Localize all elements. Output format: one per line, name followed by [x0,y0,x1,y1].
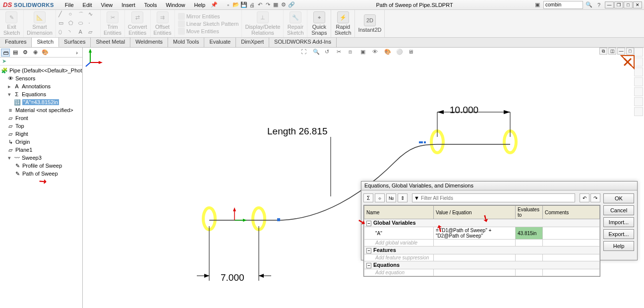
plane-icon[interactable]: ▱ [88,29,96,37]
menu-window[interactable]: Window [162,1,189,9]
taskpane-home-icon[interactable] [634,48,643,57]
tree-front-plane[interactable]: ▱Front [0,114,82,122]
repair-sketch-button[interactable]: 🔧Repair Sketch [287,11,304,36]
taskpane-properties-icon[interactable] [634,107,643,116]
tree-path-of-sweep[interactable]: ✎Path of Sweep [0,170,82,178]
poly-icon[interactable]: ⬠ [68,20,76,28]
rebuild-icon[interactable]: ▦ [272,1,280,9]
ok-button[interactable]: OK [603,193,634,203]
search-input[interactable] [543,1,583,9]
config-manager-tab-icon[interactable]: ⚙ [21,49,30,57]
equation-row-a[interactable]: "A" = "D1@Path of Sweep" + "D2@Path of S… [364,227,600,240]
instant2d-button[interactable]: 2DInstant2D [358,14,381,33]
help-icon[interactable]: ? [595,1,603,9]
tree-plane1[interactable]: ▱Plane1 [0,146,82,154]
eq-undo-icon[interactable]: ↶ [580,193,589,202]
tree-profile-of-sweep[interactable]: ✎Profile of Sweep [0,162,82,170]
menu-file[interactable]: File [61,1,78,9]
minimize-button[interactable]: — [605,1,614,8]
menu-help[interactable]: Help [190,1,210,9]
move-entities-button[interactable]: Move Entities [178,28,239,35]
menu-tools[interactable]: Tools [140,1,161,9]
restore-button[interactable]: ❐ [614,1,623,8]
save-icon[interactable]: 💾 [240,1,248,9]
rapid-sketch-button[interactable]: ⚡Rapid Sketch [335,11,351,36]
tree-equation-a[interactable]: 🔢"A"=43.8152in [0,98,82,106]
point-icon[interactable]: · [88,20,96,28]
text-icon[interactable]: A [78,29,86,37]
taskpane-appearance-icon[interactable] [634,97,643,106]
link-icon[interactable]: 🔗 [288,1,295,9]
rebuild-warning-icon[interactable] [620,55,635,73]
linear-pattern-button[interactable]: Linear Sketch Pattern [178,20,239,27]
feature-tree-tab-icon[interactable]: 🗃 [1,49,10,57]
eq-view-dim-icon[interactable]: ⟐ [375,193,385,202]
tree-root[interactable]: 🧩Pipe (Default<<Default>_PhotoWorks Di [0,66,82,74]
pin-icon[interactable]: 📌 [210,1,218,9]
smart-dimension-button[interactable]: 📐Smart Dimension [27,11,53,36]
spline-icon[interactable]: ∿ [88,11,96,19]
print-icon[interactable]: 🖨 [248,1,256,9]
search-icon[interactable]: 🔍 [585,1,593,9]
close-button[interactable]: ✕ [633,1,642,8]
menu-view[interactable]: View [97,1,117,9]
menu-insert[interactable]: Insert [117,1,139,9]
export-button[interactable]: Export... [603,229,634,239]
taskpane-library-icon[interactable] [634,67,643,76]
line-icon[interactable]: ╱ [59,11,66,19]
tab-evaluate[interactable]: Evaluate [204,38,236,47]
col-comments[interactable]: Comments [543,206,600,219]
import-button[interactable]: Import... [603,217,634,227]
slot-icon[interactable]: ⬭ [78,20,86,28]
col-name[interactable]: Name [364,206,434,219]
menu-edit[interactable]: Edit [79,1,96,9]
mirror-entities-button[interactable]: Mirror Entities [178,13,239,20]
tree-material[interactable]: ≡Material <not specified> [0,106,82,114]
offset-button[interactable]: ⇉Offset Entities [154,11,172,36]
tree-right-plane[interactable]: ▱Right [0,130,82,138]
undo-icon[interactable]: ↶ [256,1,264,9]
add-equation-placeholder[interactable]: Add equation [364,269,434,276]
trim-button[interactable]: ✂Trim Entities [104,11,121,36]
equations-grid[interactable]: Name Value / Equation Evaluates to Comme… [363,205,600,277]
tree-sensors[interactable]: 👁Sensors [0,74,82,82]
exit-sketch-button[interactable]: ✎Exit Sketch [3,11,20,36]
tab-mold-tools[interactable]: Mold Tools [168,38,204,47]
arc-icon[interactable]: ⌒ [78,11,86,19]
tab-sketch[interactable]: Sketch [32,38,59,47]
taskpane-explorer-icon[interactable] [634,77,643,86]
circle-icon[interactable]: ○ [68,11,76,19]
rect-icon[interactable]: ▭ [59,20,66,28]
dimension-10[interactable]: 10.000 [450,105,478,116]
tab-surfaces[interactable]: Surfaces [59,38,91,47]
tree-origin[interactable]: ↳Origin [0,138,82,146]
ellipse-icon[interactable]: ⬯ [59,29,66,37]
dimension-length[interactable]: Length 26.815 [267,126,328,137]
tab-addins[interactable]: SOLIDWORKS Add-Ins [269,38,337,47]
redo-icon[interactable]: ↷ [264,1,272,9]
new-icon[interactable]: ▫ [224,1,232,9]
tab-dimxpert[interactable]: DimXpert [236,38,269,47]
property-manager-tab-icon[interactable]: ▤ [11,49,20,57]
dimension-7[interactable]: 7.000 [221,272,244,283]
tree-annotations[interactable]: ▸AAnnotations [0,82,82,90]
col-evaluates[interactable]: Evaluates to [516,206,543,219]
eq-view-ordered-icon[interactable]: № [386,193,396,202]
cancel-button[interactable]: Cancel [603,205,634,215]
tab-features[interactable]: Features [0,38,32,47]
tree-sweep3[interactable]: ▾〰Sweep3 [0,154,82,162]
display-relations-button[interactable]: ⊥Display/Delete Relations [245,11,280,36]
col-value[interactable]: Value / Equation [434,206,516,219]
tab-weldments[interactable]: Weldments [130,38,168,47]
maximize-button[interactable]: □ [624,1,633,8]
tab-sheet-metal[interactable]: Sheet Metal [91,38,130,47]
dimxpert-manager-tab-icon[interactable]: ⊕ [31,49,40,57]
fillet-icon[interactable]: ◝ [68,29,76,37]
help-button[interactable]: Help [603,241,634,251]
section-global-variables[interactable]: –Global Variables [364,219,600,227]
display-manager-tab-icon[interactable]: 🎨 [41,49,50,57]
open-icon[interactable]: 📂 [232,1,240,9]
quick-snaps-button[interactable]: ⌖Quick Snaps [311,11,327,36]
add-global-placeholder[interactable]: Add global variable [364,240,434,246]
eq-view-collapse-icon[interactable]: ⇕ [398,193,408,202]
